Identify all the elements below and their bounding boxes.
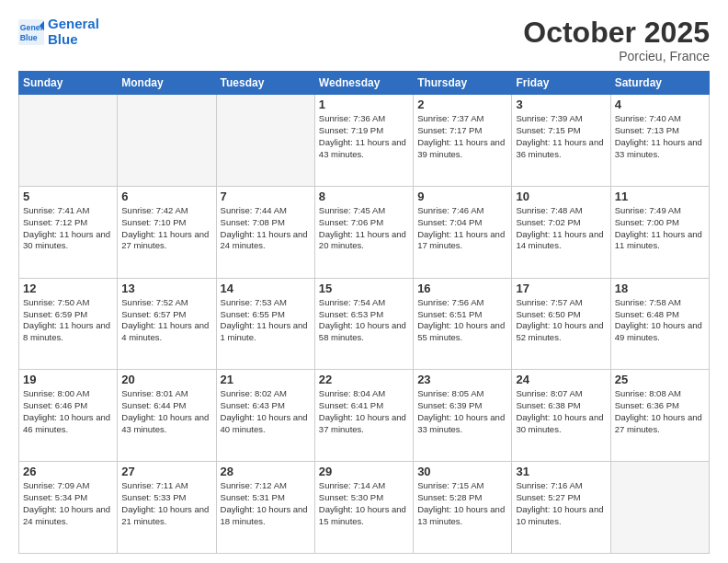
- cell-text: Sunrise: 8:07 AMSunset: 6:38 PMDaylight:…: [516, 388, 606, 435]
- day-number: 2: [417, 98, 507, 111]
- cell-text: Sunrise: 8:05 AMSunset: 6:39 PMDaylight:…: [417, 388, 507, 435]
- weekday-header: Saturday: [610, 72, 709, 95]
- calendar-cell: 10Sunrise: 7:48 AMSunset: 7:02 PMDayligh…: [512, 186, 610, 278]
- cell-text: Sunrise: 7:58 AMSunset: 6:48 PMDaylight:…: [615, 297, 705, 344]
- day-number: 27: [121, 465, 211, 478]
- logo-icon: General Blue: [18, 19, 44, 45]
- cell-text: Sunrise: 7:48 AMSunset: 7:02 PMDaylight:…: [516, 205, 606, 252]
- cell-text: Sunrise: 7:11 AMSunset: 5:33 PMDaylight:…: [121, 480, 211, 527]
- calendar-cell: 24Sunrise: 8:07 AMSunset: 6:38 PMDayligh…: [512, 370, 610, 462]
- day-number: 29: [319, 465, 409, 478]
- weekday-header: Wednesday: [314, 72, 413, 95]
- day-number: 11: [615, 190, 705, 203]
- day-number: 5: [23, 190, 113, 203]
- day-number: 21: [221, 373, 311, 386]
- cell-text: Sunrise: 7:52 AMSunset: 6:57 PMDaylight:…: [121, 297, 211, 344]
- cell-text: Sunrise: 8:00 AMSunset: 6:46 PMDaylight:…: [23, 388, 113, 435]
- cell-text: Sunrise: 7:41 AMSunset: 7:12 PMDaylight:…: [23, 205, 113, 252]
- cell-text: Sunrise: 7:12 AMSunset: 5:31 PMDaylight:…: [221, 480, 311, 527]
- cell-text: Sunrise: 7:14 AMSunset: 5:30 PMDaylight:…: [319, 480, 409, 527]
- day-number: 15: [319, 282, 409, 295]
- cell-text: Sunrise: 7:50 AMSunset: 6:59 PMDaylight:…: [23, 297, 113, 344]
- title-area: October 2025 Porcieu, France: [523, 17, 710, 63]
- calendar-cell: 5Sunrise: 7:41 AMSunset: 7:12 PMDaylight…: [19, 186, 118, 278]
- day-number: 25: [615, 373, 705, 386]
- location: Porcieu, France: [523, 49, 710, 63]
- calendar-week: 1Sunrise: 7:36 AMSunset: 7:19 PMDaylight…: [19, 95, 710, 187]
- calendar-cell: 27Sunrise: 7:11 AMSunset: 5:33 PMDayligh…: [118, 462, 216, 554]
- calendar-cell: 18Sunrise: 7:58 AMSunset: 6:48 PMDayligh…: [610, 278, 709, 370]
- calendar-cell: 2Sunrise: 7:37 AMSunset: 7:17 PMDaylight…: [414, 95, 512, 187]
- calendar-cell: 7Sunrise: 7:44 AMSunset: 7:08 PMDaylight…: [216, 186, 314, 278]
- calendar-cell: 8Sunrise: 7:45 AMSunset: 7:06 PMDaylight…: [314, 186, 413, 278]
- cell-text: Sunrise: 7:53 AMSunset: 6:55 PMDaylight:…: [221, 297, 311, 344]
- calendar-cell: 4Sunrise: 7:40 AMSunset: 7:13 PMDaylight…: [610, 95, 709, 187]
- calendar-week: 19Sunrise: 8:00 AMSunset: 6:46 PMDayligh…: [19, 370, 710, 462]
- calendar-cell: 19Sunrise: 8:00 AMSunset: 6:46 PMDayligh…: [19, 370, 118, 462]
- day-number: 9: [417, 190, 507, 203]
- calendar-cell: 22Sunrise: 8:04 AMSunset: 6:41 PMDayligh…: [314, 370, 413, 462]
- calendar-cell: 28Sunrise: 7:12 AMSunset: 5:31 PMDayligh…: [216, 462, 314, 554]
- day-number: 18: [615, 282, 705, 295]
- calendar-week: 26Sunrise: 7:09 AMSunset: 5:34 PMDayligh…: [19, 462, 710, 554]
- cell-text: Sunrise: 7:49 AMSunset: 7:00 PMDaylight:…: [615, 205, 705, 252]
- header: General Blue General Blue October 2025 P…: [18, 17, 710, 63]
- calendar-cell: 17Sunrise: 7:57 AMSunset: 6:50 PMDayligh…: [512, 278, 610, 370]
- calendar-table: SundayMondayTuesdayWednesdayThursdayFrid…: [18, 71, 710, 554]
- cell-text: Sunrise: 7:36 AMSunset: 7:19 PMDaylight:…: [319, 113, 409, 160]
- cell-text: Sunrise: 7:40 AMSunset: 7:13 PMDaylight:…: [615, 113, 705, 160]
- calendar-cell: 31Sunrise: 7:16 AMSunset: 5:27 PMDayligh…: [512, 462, 610, 554]
- calendar-cell: [118, 95, 216, 187]
- calendar-cell: [19, 95, 118, 187]
- day-number: 6: [121, 190, 211, 203]
- day-number: 23: [417, 373, 507, 386]
- cell-text: Sunrise: 8:04 AMSunset: 6:41 PMDaylight:…: [319, 388, 409, 435]
- day-number: 22: [319, 373, 409, 386]
- day-number: 10: [516, 190, 606, 203]
- logo-blue: Blue: [48, 32, 99, 48]
- calendar-cell: 26Sunrise: 7:09 AMSunset: 5:34 PMDayligh…: [19, 462, 118, 554]
- calendar-cell: 16Sunrise: 7:56 AMSunset: 6:51 PMDayligh…: [414, 278, 512, 370]
- weekday-header: Sunday: [19, 72, 118, 95]
- weekday-header: Tuesday: [216, 72, 314, 95]
- cell-text: Sunrise: 8:08 AMSunset: 6:36 PMDaylight:…: [615, 388, 705, 435]
- day-number: 24: [516, 373, 606, 386]
- day-number: 30: [417, 465, 507, 478]
- calendar-cell: 21Sunrise: 8:02 AMSunset: 6:43 PMDayligh…: [216, 370, 314, 462]
- day-number: 13: [121, 282, 211, 295]
- calendar-cell: 30Sunrise: 7:15 AMSunset: 5:28 PMDayligh…: [414, 462, 512, 554]
- day-number: 3: [516, 98, 606, 111]
- day-number: 26: [23, 465, 113, 478]
- day-number: 31: [516, 465, 606, 478]
- month-title: October 2025: [523, 17, 710, 49]
- calendar-cell: 29Sunrise: 7:14 AMSunset: 5:30 PMDayligh…: [314, 462, 413, 554]
- calendar-cell: 20Sunrise: 8:01 AMSunset: 6:44 PMDayligh…: [118, 370, 216, 462]
- calendar-cell: 13Sunrise: 7:52 AMSunset: 6:57 PMDayligh…: [118, 278, 216, 370]
- calendar-cell: 25Sunrise: 8:08 AMSunset: 6:36 PMDayligh…: [610, 370, 709, 462]
- weekday-header: Thursday: [414, 72, 512, 95]
- calendar-week: 5Sunrise: 7:41 AMSunset: 7:12 PMDaylight…: [19, 186, 710, 278]
- calendar-cell: 1Sunrise: 7:36 AMSunset: 7:19 PMDaylight…: [314, 95, 413, 187]
- calendar-cell: [610, 462, 709, 554]
- cell-text: Sunrise: 7:09 AMSunset: 5:34 PMDaylight:…: [23, 480, 113, 527]
- calendar-cell: 23Sunrise: 8:05 AMSunset: 6:39 PMDayligh…: [414, 370, 512, 462]
- cell-text: Sunrise: 8:01 AMSunset: 6:44 PMDaylight:…: [121, 388, 211, 435]
- calendar-page: General Blue General Blue October 2025 P…: [0, 0, 728, 563]
- day-number: 19: [23, 373, 113, 386]
- cell-text: Sunrise: 7:42 AMSunset: 7:10 PMDaylight:…: [121, 205, 211, 252]
- day-number: 16: [417, 282, 507, 295]
- calendar-cell: 3Sunrise: 7:39 AMSunset: 7:15 PMDaylight…: [512, 95, 610, 187]
- calendar-cell: 6Sunrise: 7:42 AMSunset: 7:10 PMDaylight…: [118, 186, 216, 278]
- cell-text: Sunrise: 7:44 AMSunset: 7:08 PMDaylight:…: [221, 205, 311, 252]
- day-number: 8: [319, 190, 409, 203]
- logo-general: General: [48, 17, 99, 32]
- weekday-header: Friday: [512, 72, 610, 95]
- calendar-cell: 11Sunrise: 7:49 AMSunset: 7:00 PMDayligh…: [610, 186, 709, 278]
- calendar-cell: [216, 95, 314, 187]
- day-number: 7: [221, 190, 311, 203]
- cell-text: Sunrise: 7:16 AMSunset: 5:27 PMDaylight:…: [516, 480, 606, 527]
- calendar-cell: 14Sunrise: 7:53 AMSunset: 6:55 PMDayligh…: [216, 278, 314, 370]
- calendar-cell: 9Sunrise: 7:46 AMSunset: 7:04 PMDaylight…: [414, 186, 512, 278]
- day-number: 4: [615, 98, 705, 111]
- cell-text: Sunrise: 7:39 AMSunset: 7:15 PMDaylight:…: [516, 113, 606, 160]
